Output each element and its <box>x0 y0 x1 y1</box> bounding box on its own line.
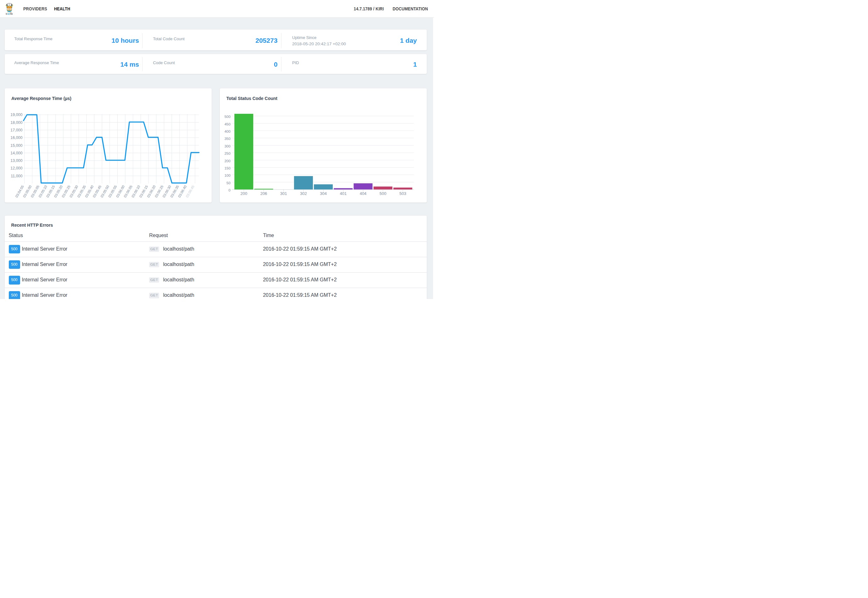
svg-text:450: 450 <box>224 122 230 126</box>
svg-text:15,000: 15,000 <box>10 144 22 148</box>
svg-text:304: 304 <box>320 191 327 196</box>
svg-text:13,000: 13,000 <box>10 158 22 163</box>
svg-text:50: 50 <box>226 181 230 185</box>
svg-text:302: 302 <box>300 191 307 196</box>
svg-text:500: 500 <box>224 115 230 118</box>
svg-text:503: 503 <box>400 191 406 196</box>
svg-text:401: 401 <box>340 191 347 196</box>
svg-text:350: 350 <box>224 137 230 141</box>
svg-text:300: 300 <box>224 144 230 148</box>
svg-text:404: 404 <box>360 191 367 196</box>
svg-text:12,000: 12,000 <box>10 166 22 170</box>
svg-text:14,000: 14,000 <box>10 151 22 155</box>
svg-text:200: 200 <box>224 159 230 163</box>
svg-text:0: 0 <box>229 188 230 192</box>
svg-text:250: 250 <box>224 151 230 155</box>
svg-text:16,000: 16,000 <box>10 136 22 140</box>
svg-text:400: 400 <box>224 130 230 133</box>
svg-text:206: 206 <box>260 191 267 196</box>
svg-text:18,000: 18,000 <box>10 120 22 125</box>
svg-text:301: 301 <box>280 191 287 196</box>
svg-text:100: 100 <box>224 173 230 177</box>
svg-text:17,000: 17,000 <box>10 128 22 132</box>
svg-text:11,000: 11,000 <box>11 174 22 178</box>
svg-text:19,000: 19,000 <box>10 112 22 117</box>
svg-text:150: 150 <box>224 166 230 170</box>
svg-text:200: 200 <box>241 191 247 196</box>
svg-text:500: 500 <box>380 191 386 196</box>
